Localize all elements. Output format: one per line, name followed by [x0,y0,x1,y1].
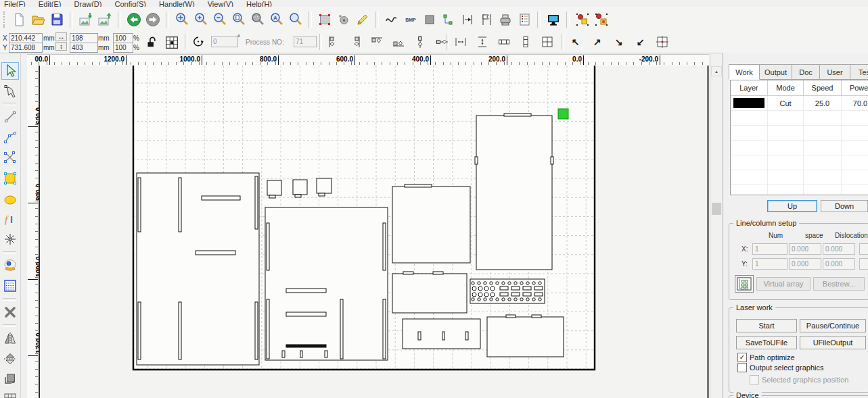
y-position-input[interactable] [9,43,43,53]
save-to-ufile-button[interactable]: SaveToUFile [736,336,797,349]
x-space-input[interactable] [789,243,821,255]
anchor-bottom-right-button[interactable]: ↘ [610,34,627,50]
zoom-data-button[interactable] [248,10,267,29]
y-dislocation-input[interactable] [823,258,855,270]
redo-button[interactable] [143,10,162,29]
speed-cell[interactable]: 25.0 [804,96,842,110]
offset-tool-button[interactable] [1,370,19,388]
vertical-scrollbar[interactable]: ▲ [710,54,723,398]
array-simulate-button[interactable] [573,10,592,29]
aspect-lock-button[interactable] [143,33,161,51]
mirror-vertical-button[interactable] [1,350,19,368]
x-num-input[interactable] [752,243,787,255]
virtual-array-button[interactable]: Virtual array [756,277,810,291]
x-extra-input[interactable] [859,243,868,255]
select-rect-button[interactable] [315,10,334,29]
ufile-output-button[interactable]: UFileOutput [800,336,866,349]
align-top-button[interactable] [368,34,385,50]
anchor-top-right-button[interactable]: ↗ [589,34,606,50]
node-link-button[interactable] [439,10,458,29]
node-edit-tool-button[interactable] [1,82,19,100]
scrollbar-thumb[interactable] [712,203,721,215]
array-copy-tool-button[interactable] [1,277,19,295]
menu-file[interactable]: File(F) [4,0,26,7]
align-bottom-button[interactable] [390,34,407,50]
menu-handle[interactable]: Handle(W) [159,0,195,7]
align-right-button[interactable] [346,34,363,50]
output-select-checkbox[interactable]: Output select graphics [737,363,823,372]
layer-color-swatch[interactable] [733,98,764,108]
path-optimize-checkbox[interactable]: ✓Path optimize [737,353,795,362]
align-left-button[interactable] [325,34,342,50]
pause-continue-button[interactable]: Pause/Continue [800,319,866,332]
output-list-button[interactable] [515,10,534,29]
zoom-to-page-button[interactable] [229,10,248,29]
new-document-button[interactable] [9,10,28,29]
nine-grid-button[interactable] [162,33,181,51]
tab-test[interactable]: Test [850,64,868,80]
zoom-select-button[interactable] [286,10,305,29]
width-input[interactable] [70,33,98,43]
y-num-input[interactable] [752,258,787,270]
point-tool-button[interactable] [1,230,19,248]
curve-tool-button[interactable] [1,149,19,166]
push-distance-button[interactable] [458,10,477,29]
menu-edit[interactable]: Edit(E) [39,0,62,7]
power-cell[interactable]: 70.0 [842,96,868,110]
zoom-all-button[interactable]: A [267,10,286,29]
canvas[interactable] [39,66,709,398]
lock-height-button[interactable]: ↕ [55,42,67,51]
rectangle-tool-button[interactable] [1,170,19,187]
import-button[interactable] [76,10,95,29]
anchor-center-button[interactable] [654,34,670,50]
menu-draw[interactable]: Draw(D) [74,0,102,7]
lock-width-button[interactable]: ↔ [55,32,67,41]
layer-row[interactable]: Cut 25.0 70.0 [731,96,868,111]
space-vertical-button[interactable] [474,34,490,50]
curve-smooth-button[interactable] [382,10,401,29]
ellipse-tool-button[interactable] [1,191,19,209]
text-tool-button[interactable]: fI [1,211,19,228]
undo-button[interactable] [124,10,143,29]
export-button[interactable] [95,10,114,29]
scale-x-input[interactable] [113,33,133,43]
tab-doc[interactable]: Doc [792,64,820,80]
zoom-out-button[interactable] [210,10,229,29]
grid-tool-button[interactable] [1,391,19,398]
capture-camera-button[interactable] [1,257,19,274]
array-simulate2-button[interactable] [592,10,611,29]
x-position-input[interactable] [9,33,43,43]
rotate-button[interactable] [189,34,206,50]
anchor-bottom-left-button[interactable]: ↙ [632,34,649,50]
scroll-up-button[interactable]: ▲ [711,66,722,76]
menu-view[interactable]: View(V) [208,0,233,7]
bestrew-button[interactable]: Bestrew... [813,277,865,291]
output-device-button[interactable] [496,10,515,29]
mirror-horizontal-button[interactable] [1,330,19,347]
array-setup-button[interactable] [735,275,754,293]
mode-cell[interactable]: Cut [768,96,804,110]
save-button[interactable] [47,10,66,29]
scale-y-input[interactable] [113,43,133,53]
select-node-button[interactable] [334,10,353,29]
y-space-input[interactable] [789,258,821,270]
zoom-in-button[interactable] [191,10,210,29]
layer-down-button[interactable]: Down [821,200,868,212]
fill-square-button[interactable] [420,10,439,29]
edit-pen-button[interactable] [353,10,372,29]
menu-help[interactable]: Help(H) [246,0,272,7]
start-button[interactable]: Start [736,319,797,332]
select-tool-button[interactable] [1,62,19,80]
preview-button[interactable] [544,10,563,29]
tab-work[interactable]: Work [729,64,760,80]
same-height-button[interactable] [517,34,534,50]
polyline-tool-button[interactable] [1,128,19,146]
layer-cell[interactable] [731,96,768,110]
same-width-button[interactable] [495,34,512,50]
space-horizontal-button[interactable] [452,34,469,50]
x-dislocation-input[interactable] [823,243,855,255]
pan-zoom-button[interactable] [173,10,191,29]
rotate-angle-input[interactable] [211,36,238,47]
anchor-top-left-button[interactable]: ↖ [567,34,584,50]
height-input[interactable] [70,43,98,53]
